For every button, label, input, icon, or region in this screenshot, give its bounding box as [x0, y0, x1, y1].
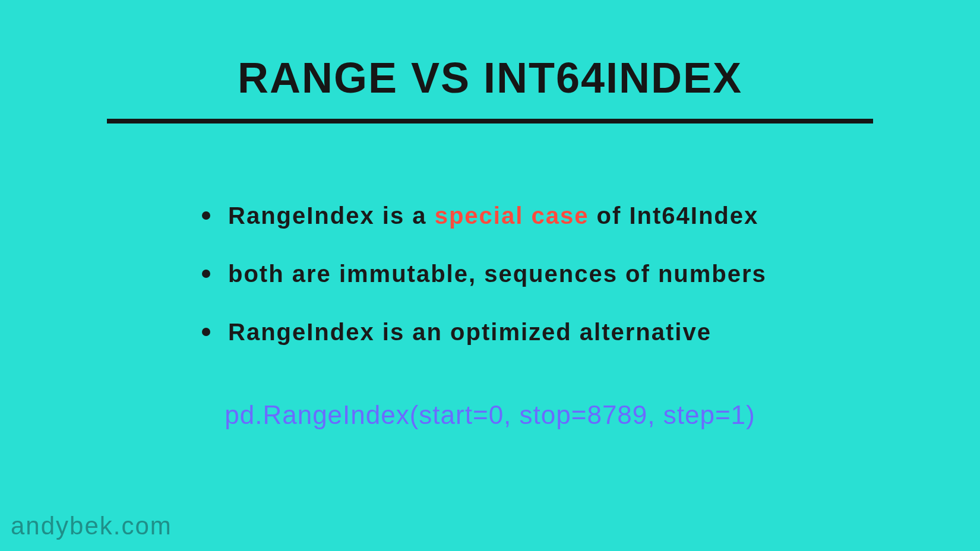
- bullet-item: RangeIndex is an optimized alternative: [202, 317, 897, 347]
- bullet-highlight: special case: [435, 202, 589, 229]
- bullet-text-post: of Int64Index: [589, 202, 758, 229]
- footer-brand: andybek.com: [11, 512, 172, 540]
- code-example: pd.RangeIndex(start=0, stop=8789, step=1…: [83, 400, 897, 430]
- bullet-item: RangeIndex is a special case of Int64Ind…: [202, 201, 897, 230]
- bullet-text-pre: both are immutable, sequences of numbers: [228, 261, 767, 287]
- slide: RANGE VS INT64INDEX RangeIndex is a spec…: [0, 0, 980, 551]
- bullet-item: both are immutable, sequences of numbers: [202, 259, 897, 289]
- title-divider: [107, 119, 873, 124]
- bullet-list: RangeIndex is a special case of Int64Ind…: [202, 201, 897, 347]
- bullet-text-pre: RangeIndex is an optimized alternative: [228, 319, 712, 345]
- bullet-text-pre: RangeIndex is a: [228, 202, 435, 229]
- slide-title: RANGE VS INT64INDEX: [83, 53, 897, 102]
